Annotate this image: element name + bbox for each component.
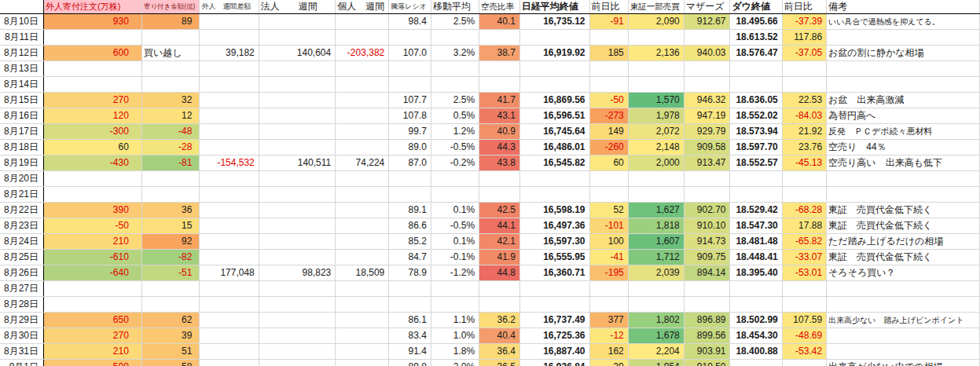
cell-moving-average[interactable]: 0.1%: [431, 234, 479, 250]
cell-corporate-weekly[interactable]: [259, 297, 335, 313]
cell-updown-ratio[interactable]: [389, 30, 431, 46]
cell-corporate-weekly[interactable]: 140,604: [259, 46, 335, 61]
cell-dow-change[interactable]: [782, 77, 826, 93]
header-foreign-weekly[interactable]: 外人 週間差額: [200, 0, 259, 14]
cell-individual-weekly[interactable]: [336, 297, 389, 313]
cell-moving-average[interactable]: [431, 171, 479, 187]
cell-individual-weekly[interactable]: [336, 328, 389, 344]
cell-foreign-open-orders[interactable]: -430: [44, 156, 142, 171]
cell-foreign-open-orders[interactable]: [44, 297, 142, 313]
cell-dow-change[interactable]: -68.28: [782, 203, 826, 218]
header-corporate-weekly[interactable]: 法人 週間: [259, 0, 335, 14]
cell-foreign-open-orders[interactable]: 120: [44, 108, 142, 124]
cell-moving-average[interactable]: 2.0%: [431, 360, 479, 366]
cell-foreign-open-orders[interactable]: -610: [44, 250, 142, 265]
cell-updown-ratio[interactable]: 99.7: [389, 124, 431, 140]
cell-moving-average[interactable]: 2.5%: [431, 14, 479, 30]
cell-note[interactable]: [827, 297, 980, 313]
cell-date[interactable]: 8月14日: [0, 77, 44, 93]
cell-foreign-weekly[interactable]: [200, 234, 259, 250]
cell-open-amount[interactable]: -28: [141, 140, 200, 156]
cell-mothers-index[interactable]: 903.91: [684, 344, 730, 360]
cell-date[interactable]: 8月20日: [0, 171, 44, 187]
cell-foreign-open-orders[interactable]: [44, 171, 142, 187]
cell-mothers-index[interactable]: 910.10: [684, 218, 730, 234]
cell-dow-close[interactable]: 18.481.48: [730, 234, 782, 250]
header-updown-ratio[interactable]: 騰落レシオ: [389, 0, 431, 14]
cell-individual-weekly[interactable]: [336, 281, 389, 297]
cell-corporate-weekly[interactable]: [259, 344, 335, 360]
cell-tse1-value[interactable]: 1,678: [628, 328, 684, 344]
cell-individual-weekly[interactable]: 18,509: [336, 265, 389, 281]
cell-dow-change[interactable]: [782, 297, 826, 313]
cell-individual-weekly[interactable]: [336, 140, 389, 156]
cell-updown-ratio[interactable]: [389, 297, 431, 313]
cell-corporate-weekly[interactable]: [259, 124, 335, 140]
cell-dow-close[interactable]: 18.576.47: [730, 46, 782, 61]
cell-dow-close[interactable]: 18.529.42: [730, 203, 782, 218]
cell-date[interactable]: 8月15日: [0, 93, 44, 108]
cell-nikkei-change[interactable]: [589, 281, 628, 297]
cell-mothers-index[interactable]: 909.75: [684, 250, 730, 265]
cell-note[interactable]: [827, 171, 980, 187]
cell-tse1-value[interactable]: [628, 171, 684, 187]
cell-corporate-weekly[interactable]: [259, 281, 335, 297]
cell-foreign-weekly[interactable]: [200, 140, 259, 156]
cell-open-amount[interactable]: 58: [141, 360, 200, 366]
cell-moving-average[interactable]: 0.1%: [431, 203, 479, 218]
cell-tse1-value[interactable]: 1,954: [628, 360, 684, 366]
cell-nikkei-change[interactable]: 149: [589, 124, 628, 140]
cell-moving-average[interactable]: 1.2%: [431, 124, 479, 140]
cell-dow-close[interactable]: 18.573.94: [730, 124, 782, 140]
cell-short-sell-ratio[interactable]: [479, 30, 520, 46]
cell-date[interactable]: 8月23日: [0, 218, 44, 234]
header-foreign-open-orders[interactable]: 外人寄付注文(万株): [44, 0, 142, 14]
cell-foreign-open-orders[interactable]: 270: [44, 328, 142, 344]
cell-corporate-weekly[interactable]: [259, 171, 335, 187]
cell-open-amount[interactable]: 89: [141, 14, 200, 30]
cell-tse1-value[interactable]: 2,136: [628, 46, 684, 61]
cell-foreign-open-orders[interactable]: 210: [44, 234, 142, 250]
cell-dow-close[interactable]: 18.636.05: [730, 93, 782, 108]
cell-short-sell-ratio[interactable]: [479, 77, 520, 93]
cell-individual-weekly[interactable]: [336, 124, 389, 140]
cell-mothers-index[interactable]: 902.70: [684, 203, 730, 218]
header-short-sell-ratio[interactable]: 空売比率: [479, 0, 520, 14]
cell-nikkei-close[interactable]: [519, 171, 589, 187]
cell-nikkei-close[interactable]: 16,926.84: [519, 360, 589, 366]
cell-date[interactable]: 8月31日: [0, 344, 44, 360]
cell-mothers-index[interactable]: 929.79: [684, 124, 730, 140]
cell-note[interactable]: ただ踏み上げるだけの相場: [827, 234, 980, 250]
cell-note[interactable]: [827, 344, 980, 360]
cell-nikkei-change[interactable]: -260: [589, 140, 628, 156]
cell-foreign-open-orders[interactable]: 600: [44, 46, 142, 61]
cell-corporate-weekly[interactable]: [259, 187, 335, 203]
cell-dow-close[interactable]: [730, 187, 782, 203]
cell-foreign-open-orders[interactable]: -300: [44, 124, 142, 140]
cell-short-sell-ratio[interactable]: 42.1: [479, 234, 520, 250]
cell-short-sell-ratio[interactable]: [479, 61, 520, 77]
cell-moving-average[interactable]: 1.0%: [431, 328, 479, 344]
cell-short-sell-ratio[interactable]: 40.1: [479, 14, 520, 30]
cell-tse1-value[interactable]: [628, 187, 684, 203]
cell-nikkei-change[interactable]: 60: [589, 156, 628, 171]
cell-updown-ratio[interactable]: [389, 171, 431, 187]
cell-mothers-index[interactable]: [684, 77, 730, 93]
cell-foreign-weekly[interactable]: [200, 187, 259, 203]
cell-foreign-open-orders[interactable]: 930: [44, 14, 142, 30]
cell-tse1-value[interactable]: 2,000: [628, 156, 684, 171]
cell-individual-weekly[interactable]: [336, 313, 389, 328]
cell-foreign-open-orders[interactable]: [44, 281, 142, 297]
cell-tse1-value[interactable]: [628, 297, 684, 313]
cell-moving-average[interactable]: [431, 281, 479, 297]
cell-mothers-index[interactable]: [684, 61, 730, 77]
cell-short-sell-ratio[interactable]: 41.7: [479, 93, 520, 108]
cell-individual-weekly[interactable]: [336, 93, 389, 108]
header-nikkei-change[interactable]: 前日比: [589, 0, 628, 14]
cell-tse1-value[interactable]: 1,570: [628, 93, 684, 108]
cell-date[interactable]: 8月11日: [0, 30, 44, 46]
cell-foreign-weekly[interactable]: [200, 124, 259, 140]
cell-note[interactable]: [827, 30, 980, 46]
cell-note[interactable]: 出来高少ない 踏み上げピンポイント: [827, 313, 980, 328]
cell-dow-close[interactable]: 18.552.02: [730, 108, 782, 124]
